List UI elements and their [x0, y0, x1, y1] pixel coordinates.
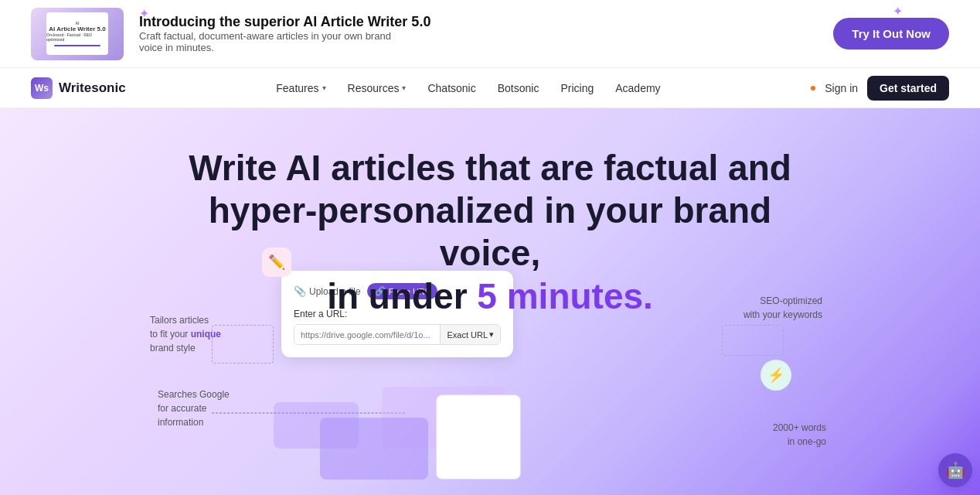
banner-image-sub: On-brand · Factual · SEO optimized	[46, 32, 108, 42]
hero-line3-prefix: in under	[327, 276, 477, 316]
label-words: 2000+ words in one-go	[773, 421, 826, 449]
dashed-box-brand	[212, 325, 274, 364]
banner-image-title: AI Article Writer 5.0	[49, 26, 105, 32]
nav-pricing[interactable]: Pricing	[551, 77, 603, 99]
float-icon-seo: ⚡	[761, 360, 791, 391]
star-decor-2: ✦	[893, 4, 903, 19]
promo-banner: ✦ AI AI Article Writer 5.0 On-brand · Fa…	[0, 0, 980, 68]
banner-cta[interactable]: Try It Out Now	[833, 18, 949, 50]
notification-dot	[811, 86, 815, 90]
url-input-row: Exact URL ▾	[294, 324, 501, 345]
banner-heading: Introducing the superior AI Article Writ…	[139, 14, 430, 30]
nav-resources[interactable]: Resources ▾	[339, 77, 416, 99]
hero-highlight: 5 minutes.	[477, 276, 653, 316]
resources-chevron: ▾	[402, 84, 406, 92]
label-search: Searches Google for accurate information	[158, 387, 230, 429]
bg-card-2	[436, 394, 521, 480]
hero-title-block: Write AI articles that are factual and h…	[181, 108, 799, 318]
banner-content: AI AI Article Writer 5.0 On-brand · Fact…	[31, 8, 430, 60]
navbar-actions: Sign in Get started	[811, 76, 949, 101]
brand-icon: Ws	[31, 77, 53, 99]
url-text-input[interactable]	[294, 326, 440, 344]
main-navigation: Features ▾ Resources ▾ Chatsonic Botsoni…	[267, 77, 669, 99]
sign-in-button[interactable]: Sign in	[825, 82, 858, 94]
url-type-button[interactable]: Exact URL ▾	[440, 325, 500, 344]
dashed-box-seo	[722, 325, 784, 356]
nav-academy[interactable]: Academy	[606, 77, 669, 99]
hero-section: Write AI articles that are factual and h…	[0, 108, 980, 495]
brand-logo[interactable]: Ws Writesonic	[31, 77, 126, 99]
nav-features[interactable]: Features ▾	[267, 77, 335, 99]
star-decor-1: ✦	[139, 6, 149, 21]
try-it-out-button[interactable]: Try It Out Now	[833, 18, 949, 50]
banner-text-block: Introducing the superior AI Article Writ…	[139, 14, 430, 53]
hero-line1: Write AI articles that are factual and	[189, 148, 791, 188]
brand-name: Writesonic	[59, 80, 126, 96]
nav-chatsonic[interactable]: Chatsonic	[418, 77, 485, 99]
get-started-button[interactable]: Get started	[867, 76, 949, 101]
nav-botsonic[interactable]: Botsonic	[488, 77, 549, 99]
hero-line2: hyper-personalized in your brand voice,	[209, 190, 771, 273]
bg-card-1	[320, 418, 428, 480]
banner-image: AI AI Article Writer 5.0 On-brand · Fact…	[31, 8, 124, 60]
navbar: Ws Writesonic Features ▾ Resources ▾ Cha…	[0, 68, 980, 108]
label-brand: Tailors articles to fit your unique bran…	[150, 313, 221, 355]
features-chevron: ▾	[322, 84, 326, 92]
banner-subtitle: Craft factual, document-aware articles i…	[139, 30, 402, 53]
chat-widget-button[interactable]: 🤖	[938, 453, 972, 487]
